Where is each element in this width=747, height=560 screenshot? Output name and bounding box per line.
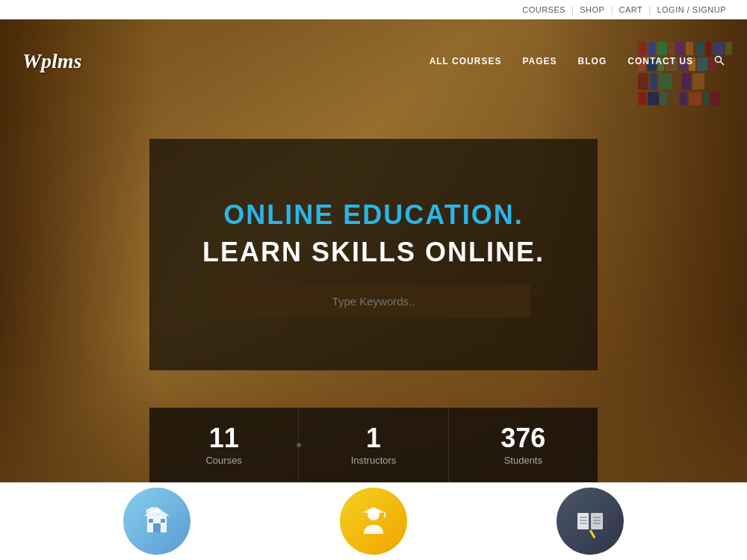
main-navigation: Wplms ALL COURSES PAGES BLOG CONTACT US [0, 39, 747, 84]
person-icon [355, 503, 392, 540]
nav-link-blog[interactable]: BLOG [578, 56, 607, 66]
stat-courses-label: Courses [205, 455, 241, 466]
stat-instructors: 1 Instructors [299, 408, 448, 482]
search-icon[interactable] [714, 55, 725, 68]
hero-background: Wplms ALL COURSES PAGES BLOG CONTACT US … [0, 19, 747, 482]
keyword-search-input[interactable] [217, 284, 530, 317]
nav-link-contact[interactable]: CONTACT US [627, 56, 693, 66]
top-link-courses[interactable]: COURSES [516, 5, 571, 14]
svg-rect-6 [161, 519, 165, 523]
stat-instructors-label: Instructors [351, 455, 397, 466]
svg-point-0 [716, 56, 722, 62]
stat-students-label: Students [504, 455, 542, 466]
top-link-cart[interactable]: CART [613, 5, 649, 14]
top-link-shop[interactable]: SHOP [574, 5, 610, 14]
building-icon [138, 503, 176, 540]
svg-point-9 [154, 508, 161, 513]
stat-courses: 11 Courses [149, 408, 299, 482]
hero-section: Wplms ALL COURSES PAGES BLOG CONTACT US … [0, 19, 747, 482]
svg-rect-22 [589, 529, 596, 538]
top-utility-bar: COURSES | SHOP | CART | LOGIN / SIGNUP [0, 0, 747, 19]
svg-rect-4 [153, 523, 161, 532]
site-logo[interactable]: Wplms [22, 49, 81, 73]
nav-link-pages[interactable]: PAGES [522, 56, 557, 66]
stat-students-number: 376 [500, 425, 545, 452]
book-icon [571, 503, 609, 540]
svg-marker-11 [362, 507, 385, 514]
top-bar-links: COURSES | SHOP | CART | LOGIN / SIGNUP [516, 4, 732, 15]
bottom-features-section [0, 482, 747, 560]
nav-link-all-courses[interactable]: ALL COURSES [430, 56, 502, 66]
feature-icon-blue [123, 488, 190, 555]
stats-bar: 11 Courses 1 Instructors 376 Students [149, 408, 598, 482]
hero-title: LEARN SKILLS ONLINE. [202, 237, 545, 268]
stat-instructors-number: 1 [366, 425, 381, 452]
nav-links-container: ALL COURSES PAGES BLOG CONTACT US [430, 55, 725, 68]
svg-rect-14 [591, 513, 603, 529]
stat-students: 376 Students [449, 408, 598, 482]
hero-subtitle: ONLINE EDUCATION. [223, 199, 523, 231]
stat-courses-number: 11 [209, 425, 239, 452]
svg-rect-5 [149, 519, 153, 523]
top-link-login[interactable]: LOGIN / SIGNUP [651, 5, 732, 14]
feature-icon-dark [557, 488, 624, 555]
svg-line-1 [721, 61, 725, 65]
feature-icon-yellow [340, 488, 407, 555]
svg-rect-13 [577, 513, 589, 529]
